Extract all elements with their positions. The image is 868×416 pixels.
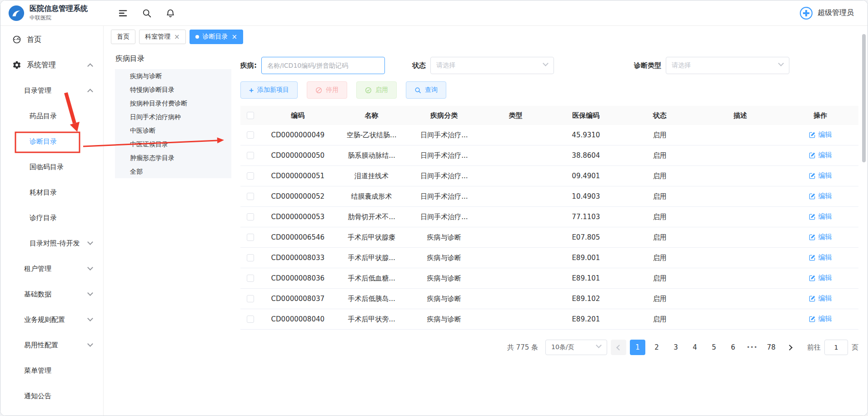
menu-fold-icon[interactable] xyxy=(118,8,128,18)
operation-cell: 编辑 xyxy=(782,294,858,304)
edit-button[interactable]: 编辑 xyxy=(809,130,832,139)
next-page-button[interactable] xyxy=(783,340,798,355)
tab-3[interactable]: 诊断目录× xyxy=(190,30,244,44)
prev-page-button[interactable] xyxy=(611,340,626,355)
disease-category-item[interactable]: 全部 xyxy=(115,165,231,178)
row-checkbox[interactable] xyxy=(247,316,254,323)
row-checkbox[interactable] xyxy=(247,254,254,261)
operation-cell: 编辑 xyxy=(782,192,858,201)
edit-button[interactable]: 编辑 xyxy=(809,171,832,180)
row-checkbox[interactable] xyxy=(247,234,254,241)
sidebar: 首页系统管理目录管理药品目录诊断目录国临码目录耗材目录诊疗目录目录对照-待开发租… xyxy=(0,26,104,416)
edit-button[interactable]: 编辑 xyxy=(809,212,832,221)
table-row: CD0000000051泪道挂线术日间手术治疗...09.4901启用编辑 xyxy=(240,166,858,186)
row-checkbox[interactable] xyxy=(247,275,254,282)
cell-status: 启用 xyxy=(621,233,698,242)
column-header: 操作 xyxy=(782,111,858,120)
sidebar-item-14[interactable]: 菜单管理 xyxy=(0,358,103,383)
goto-page: 前往 页 xyxy=(807,340,858,355)
sidebar-item-8[interactable]: 诊疗目录 xyxy=(0,205,103,231)
sidebar-item-label: 易用性配置 xyxy=(24,341,58,350)
page-button-6[interactable]: 6 xyxy=(725,340,741,355)
sidebar-item-6[interactable]: 国临码目录 xyxy=(0,154,103,180)
cell-name: 手术后低血糖... xyxy=(335,274,408,283)
edit-button[interactable]: 编辑 xyxy=(809,315,832,323)
sidebar-item-15[interactable]: 通知公告 xyxy=(0,383,103,409)
edit-label: 编辑 xyxy=(818,315,832,323)
disease-category-item[interactable]: 特慢病诊断目录 xyxy=(115,83,231,96)
tab-2[interactable]: 科室管理× xyxy=(139,30,186,44)
sidebar-item-7[interactable]: 耗材目录 xyxy=(0,180,103,205)
bell-icon[interactable] xyxy=(165,8,175,18)
circle-check-icon xyxy=(365,87,372,94)
column-header: 类型 xyxy=(480,111,551,120)
row-checkbox[interactable] xyxy=(247,295,254,302)
user-menu[interactable]: 超级管理员 xyxy=(799,6,854,20)
select-all-checkbox[interactable] xyxy=(247,112,254,119)
page-button-1[interactable]: 1 xyxy=(630,340,645,355)
sidebar-item-5[interactable]: 诊断目录 xyxy=(0,129,103,154)
cell-category: 日间手术治疗... xyxy=(408,213,480,221)
enable-button[interactable]: 启用 xyxy=(356,81,397,99)
query-button[interactable]: 查询 xyxy=(406,81,446,99)
edit-button[interactable]: 编辑 xyxy=(809,192,832,200)
active-tab-dot xyxy=(195,35,199,39)
vertical-scrollbar[interactable] xyxy=(862,34,866,162)
cell-name: 结膜囊成形术 xyxy=(335,192,408,201)
diagnosis-type-select[interactable]: 请选择 xyxy=(666,57,789,74)
tab-label: 科室管理 xyxy=(145,33,170,41)
disease-category-item[interactable]: 按病种目录付费诊断 xyxy=(115,96,231,110)
sidebar-item-4[interactable]: 药品目录 xyxy=(0,103,103,129)
row-checkbox-cell xyxy=(240,172,260,180)
cell-category: 疾病与诊断 xyxy=(408,295,480,303)
edit-button[interactable]: 编辑 xyxy=(809,151,832,160)
search-icon[interactable] xyxy=(142,8,152,18)
page-list: 123456•••78 xyxy=(630,340,779,355)
goto-page-input[interactable] xyxy=(824,340,848,355)
row-checkbox[interactable] xyxy=(247,172,254,180)
cell-status: 启用 xyxy=(621,192,698,201)
row-checkbox[interactable] xyxy=(247,152,254,159)
tab-1[interactable]: 首页 xyxy=(111,30,135,44)
sidebar-item-3[interactable]: 目录管理 xyxy=(0,78,103,103)
sidebar-item-11[interactable]: 基础数据 xyxy=(0,281,103,307)
page-button-3[interactable]: 3 xyxy=(668,340,683,355)
sidebar-item-2[interactable]: 系统管理 xyxy=(0,52,103,78)
table-row: CD0000000050肠系膜动脉结...日间手术治疗...38.8604启用编… xyxy=(240,145,858,166)
cell-status: 启用 xyxy=(621,151,698,160)
disease-category-item[interactable]: 疾病与诊断 xyxy=(115,69,231,83)
chevron-down-icon xyxy=(87,316,93,321)
page-button-4[interactable]: 4 xyxy=(687,340,703,355)
close-icon[interactable]: × xyxy=(232,34,238,40)
close-icon[interactable]: × xyxy=(174,34,180,40)
disease-category-item[interactable]: 中医诊断 xyxy=(115,124,231,137)
disease-category-item[interactable]: 日间手术治疗病种 xyxy=(115,110,231,124)
sidebar-item-13[interactable]: 易用性配置 xyxy=(0,332,103,358)
row-checkbox[interactable] xyxy=(247,213,254,221)
row-checkbox[interactable] xyxy=(247,131,254,139)
page-size-value: 10条/页 xyxy=(551,343,574,351)
add-item-button[interactable]: + 添加新项目 xyxy=(240,81,298,99)
disable-button[interactable]: 停用 xyxy=(307,81,347,99)
page-ellipsis[interactable]: ••• xyxy=(744,340,760,355)
table-row: CD0000008036手术后低血糖...疾病与诊断E89.101启用编辑 xyxy=(240,268,858,289)
edit-button[interactable]: 编辑 xyxy=(809,233,832,241)
sidebar-item-12[interactable]: 业务规则配置 xyxy=(0,307,103,332)
sidebar-item-10[interactable]: 租户管理 xyxy=(0,256,103,281)
page-button-2[interactable]: 2 xyxy=(649,340,664,355)
edit-button[interactable]: 编辑 xyxy=(809,294,832,303)
disease-category-item[interactable]: 肿瘤形态学目录 xyxy=(115,151,231,165)
page-button-5[interactable]: 5 xyxy=(706,340,722,355)
row-checkbox-cell xyxy=(240,316,260,323)
sidebar-item-9[interactable]: 目录对照-待开发 xyxy=(0,231,103,256)
edit-button[interactable]: 编辑 xyxy=(809,274,832,282)
page-button-78[interactable]: 78 xyxy=(763,340,779,355)
page-size-select[interactable]: 10条/页 xyxy=(545,340,607,355)
cell-code: CD0000008033 xyxy=(260,254,335,262)
disease-search-input[interactable] xyxy=(261,57,385,74)
status-select[interactable]: 请选择 xyxy=(430,57,554,74)
row-checkbox[interactable] xyxy=(247,193,254,200)
sidebar-item-1[interactable]: 首页 xyxy=(0,27,103,52)
disease-category-item[interactable]: 中医证候目录 xyxy=(115,137,231,151)
edit-button[interactable]: 编辑 xyxy=(809,253,832,262)
